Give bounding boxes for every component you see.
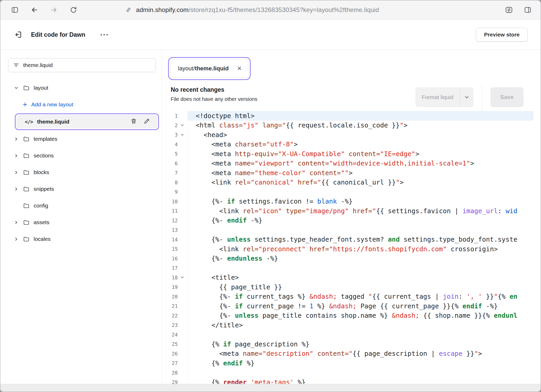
gutter: 22 [162, 311, 188, 321]
fold-icon[interactable] [178, 275, 187, 279]
more-menu-icon[interactable]: ••• [100, 32, 109, 38]
code-line-content: <link rel="icon" type="image/png" href="… [188, 206, 533, 216]
panel-right-icon[interactable] [522, 4, 533, 16]
chevron-right-icon[interactable] [13, 154, 19, 158]
sidebar-item-assets[interactable]: assets [0, 214, 162, 231]
chevron-right-icon[interactable] [13, 170, 19, 175]
tab-bar: layout/theme.liquid ✕ [162, 50, 541, 83]
code-line: 19 {{ page_title }} [162, 282, 533, 292]
sidebar-item-blocks[interactable]: blocks [0, 164, 162, 181]
format-liquid-button[interactable]: Format liquid [415, 87, 473, 107]
file-tree: layoutAdd a new layout</>theme.liquidtem… [0, 79, 162, 247]
gutter: 1 [162, 111, 188, 121]
chevron-right-icon[interactable] [13, 220, 19, 225]
toolbar-divider [482, 83, 482, 111]
preview-store-button[interactable]: Preview store [476, 28, 528, 42]
save-button[interactable]: Save [490, 87, 524, 107]
exit-icon[interactable] [12, 29, 24, 40]
page-actions-icon[interactable] [503, 4, 515, 16]
code-line-content: <meta charset="utf-8"> [188, 140, 533, 149]
sidebar-item-label: assets [34, 219, 50, 225]
gutter: 29 [162, 377, 188, 384]
add-a-new-layout-button[interactable]: Add a new layout [0, 96, 162, 113]
code-editor[interactable]: 1<!doctype html>2<html class="js" lang="… [162, 111, 541, 384]
tab-file-name: theme.liquid [195, 65, 229, 72]
code-line: 29 {% render 'meta-tags' %} [162, 377, 533, 384]
gutter: 14 [162, 235, 188, 244]
line-number: 16 [167, 256, 178, 261]
code-line-content [188, 368, 533, 378]
edit-icon[interactable] [143, 118, 150, 126]
code-line: 26 <meta name="description" content="{{ … [162, 349, 533, 359]
code-line-content [188, 330, 533, 340]
window-bottom-strip [0, 384, 541, 392]
code-line: 2<html class="js" lang="{{ request.local… [162, 121, 533, 130]
sidebar-item-label: locales [34, 236, 51, 242]
back-icon[interactable] [29, 4, 40, 16]
code-line: 20 {%- if current_tags %} &ndash; tagged… [162, 292, 533, 302]
code-line: 6 <meta name="viewport" content="width=d… [162, 159, 533, 168]
filter-icon [13, 62, 19, 68]
format-liquid-label: Format liquid [415, 94, 459, 100]
sidebar-item-sections[interactable]: sections [0, 147, 162, 164]
line-number: 13 [167, 227, 178, 233]
code-line: 25 {% if page_description %} [162, 339, 533, 349]
action-label: Add a new layout [31, 101, 73, 108]
code-line-content: {%- unless settings.type_header_font.sys… [188, 235, 533, 244]
fold-icon[interactable] [178, 133, 187, 137]
code-line-content: {%- unless page_title contains shop.name… [188, 311, 533, 321]
line-number: 15 [167, 246, 178, 252]
sidebar-toggle-icon[interactable] [9, 4, 21, 16]
close-tab-icon[interactable]: ✕ [237, 65, 242, 72]
delete-icon[interactable] [130, 118, 137, 126]
plus-icon [22, 102, 28, 107]
line-number: 25 [167, 341, 178, 347]
line-number: 5 [167, 151, 178, 157]
editor-header: No recent changes File does not have any… [162, 83, 541, 111]
chevron-right-icon[interactable] [13, 137, 19, 141]
line-number: 22 [167, 313, 178, 318]
code-line-content: <head> [188, 130, 533, 140]
code-line: 24 [162, 330, 533, 340]
gutter: 18 [162, 273, 188, 283]
line-number: 9 [167, 189, 178, 195]
folder-icon [23, 186, 30, 192]
line-number: 2 [167, 123, 178, 128]
sidebar-item-templates[interactable]: templates [0, 131, 162, 147]
code-line: 8 <link rel="canonical" href="{{ canonic… [162, 178, 533, 187]
sidebar-item-theme-liquid[interactable]: </>theme.liquid [16, 115, 157, 128]
line-number: 24 [167, 332, 178, 338]
line-number: 19 [167, 284, 178, 290]
code-line: 16 {%- endunless -%} [162, 254, 533, 264]
gutter: 12 [162, 216, 188, 225]
sidebar-item-config[interactable]: config [0, 197, 162, 214]
sidebar-item-locales[interactable]: locales [0, 231, 162, 247]
chevron-right-icon[interactable] [13, 237, 19, 241]
file-sidebar: layoutAdd a new layout</>theme.liquidtem… [0, 50, 162, 384]
chevron-down-icon[interactable] [460, 87, 474, 107]
url-path: /store/rzq1xu-f5/themes/132683530345?key… [189, 6, 379, 13]
sidebar-item-layout[interactable]: layout [0, 79, 162, 96]
code-line-content: {%- if settings.favicon != blank -%} [188, 197, 533, 206]
chevron-right-icon[interactable] [13, 187, 19, 191]
sidebar-item-snippets[interactable]: snippets [0, 181, 162, 197]
sidebar-item-label: sections [34, 152, 54, 159]
gutter: 10 [162, 197, 188, 206]
fold-icon[interactable] [178, 123, 187, 127]
search-input[interactable] [23, 62, 151, 68]
code-line-content: {% render 'meta-tags' %} [188, 377, 533, 384]
forward-icon[interactable] [48, 4, 60, 16]
chevron-down-icon[interactable] [13, 86, 19, 90]
code-line-content [188, 225, 533, 235]
address-bar[interactable]: admin.shopify.com/store/rzq1xu-f5/themes… [125, 6, 379, 14]
code-line: 28 [162, 368, 533, 378]
gutter: 8 [162, 178, 188, 187]
gutter: 20 [162, 292, 188, 302]
gutter: 19 [162, 282, 188, 292]
code-line-content: <meta http-equiv="X-UA-Compatible" conte… [188, 149, 533, 159]
line-number: 6 [167, 161, 178, 166]
code-line-content: <html class="js" lang="{{ request.locale… [188, 121, 533, 130]
reload-icon[interactable] [68, 4, 79, 16]
tab-theme-liquid[interactable]: layout/theme.liquid ✕ [170, 59, 248, 78]
code-line-content: {%- if current_tags %} &ndash; tagged "{… [188, 292, 533, 302]
